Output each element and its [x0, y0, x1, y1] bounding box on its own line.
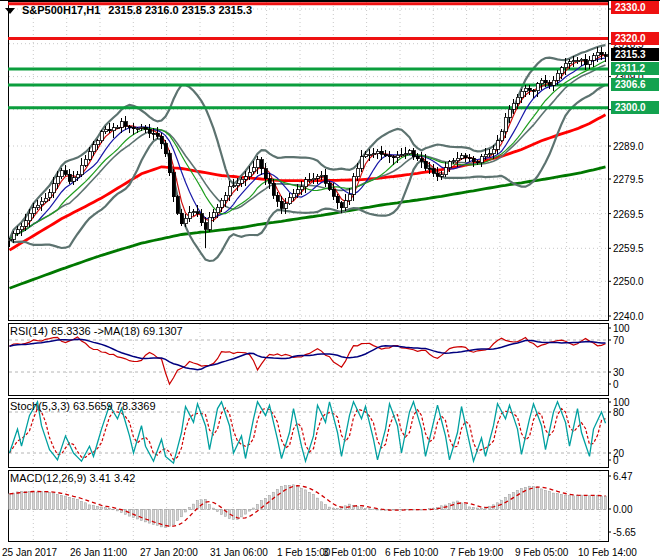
- price-axis-label: 2250.0: [613, 276, 644, 287]
- support-price-tag: 2300.0: [611, 101, 659, 114]
- time-axis-label: 9 Feb 05:00: [515, 547, 568, 558]
- symbol-dropdown-icon[interactable]: [5, 8, 15, 14]
- current-price-tag: 2315.3: [611, 48, 659, 61]
- support-price-tag: 2306.6: [611, 78, 659, 91]
- support-price-tag: 2311.2: [611, 62, 659, 75]
- rsi-axis-label: 100: [613, 323, 630, 334]
- resistance-price-tag: 2330.0: [611, 1, 659, 14]
- macd-axis-label: 6.47: [613, 471, 632, 482]
- time-axis-label: 7 Feb 19:00: [450, 547, 503, 558]
- price-axis-label: 2240.0: [613, 311, 644, 322]
- stoch-axis-label: 0: [613, 455, 619, 466]
- ohlc-quote: 2315.8 2316.0 2315.3 2315.3: [108, 4, 252, 16]
- rsi-axis-label: 0: [613, 379, 619, 390]
- time-axis-label: 10 Feb 14:00: [578, 547, 637, 558]
- rsi-axis-label: 30: [613, 367, 624, 378]
- macd-axis-label: -5.65: [613, 527, 636, 538]
- stoch-axis-label: 80: [613, 407, 624, 418]
- macd-axis-label: 0.00: [613, 504, 632, 515]
- time-axis-label: 26 Jan 11:00: [70, 547, 127, 558]
- time-axis-label: 3 Feb 01:00: [323, 547, 376, 558]
- time-axis-label: 25 Jan 2017: [2, 547, 57, 558]
- macd-indicator-label: MACD(12,26,9) 3.41 3.42: [10, 472, 135, 484]
- time-axis-label: 6 Feb 10:00: [385, 547, 438, 558]
- time-axis-label: 31 Jan 06:00: [210, 547, 268, 558]
- price-axis-label: 2279.5: [613, 174, 644, 185]
- chart-title-bar: S&P500H17,H12315.8 2316.0 2315.3 2315.3: [5, 4, 252, 16]
- price-axis-label: 2259.5: [613, 243, 644, 254]
- stoch-indicator-label: Stoch(5,3,3) 63.5659 78.3369: [10, 400, 156, 412]
- rsi-indicator-label: RSI(14) 65.3336 ->MA(18) 69.1307: [10, 325, 183, 337]
- time-axis-label: 27 Jan 20:00: [140, 547, 198, 558]
- chart-window: S&P500H17,H12315.8 2316.0 2315.3 2315.3 …: [0, 0, 660, 560]
- symbol-name: S&P500H17,H1: [22, 4, 100, 16]
- price-axis-label: 2289.0: [613, 141, 644, 152]
- rsi-axis-label: 70: [613, 335, 624, 346]
- price-axis-label: 2269.5: [613, 209, 644, 220]
- resistance-price-tag: 2320.0: [611, 32, 659, 45]
